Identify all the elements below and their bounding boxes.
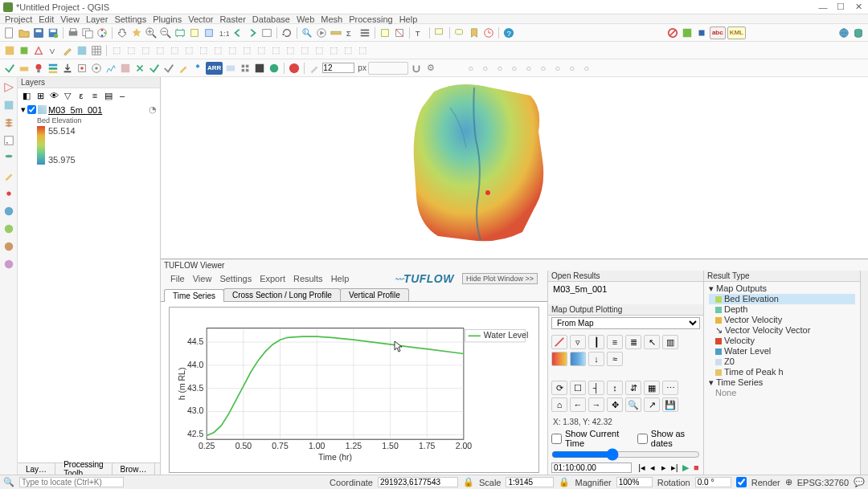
nav-config-icon[interactable]: ↗ (644, 397, 660, 412)
tuflow-menu-export[interactable]: Export (260, 274, 285, 283)
nav-pan-icon[interactable]: ✥ (607, 397, 623, 412)
tuflow-l-icon[interactable] (177, 62, 190, 75)
plot-cursor-icon[interactable]: ↖ (644, 335, 660, 349)
tuflow-n-icon[interactable] (224, 62, 237, 75)
lock-scale-icon[interactable]: 🔒 (559, 477, 570, 487)
deselect-icon[interactable] (393, 26, 406, 39)
tab-cross-section[interactable]: Cross Section / Long Profile (223, 288, 341, 301)
tuflow-q-icon[interactable] (268, 62, 280, 75)
show-current-time-checkbox[interactable] (551, 434, 562, 444)
tool-r-icon[interactable]: ⬚ (356, 44, 369, 57)
tree-vector-velocity[interactable]: Vector Velocity (709, 315, 855, 325)
tool-q-icon[interactable]: ⬚ (342, 44, 354, 57)
open-project-icon[interactable] (18, 26, 31, 39)
grp-e-icon[interactable]: ○ (522, 62, 535, 75)
tool-a-icon[interactable]: ⬚ (110, 44, 123, 57)
map-canvas[interactable] (161, 77, 868, 259)
add-xyz-icon[interactable] (2, 257, 16, 271)
tuflow-f-icon[interactable] (90, 62, 103, 75)
menu-web[interactable]: Web (297, 14, 314, 24)
help-icon[interactable]: ? (502, 26, 515, 39)
select-features-icon[interactable] (379, 26, 391, 39)
tree-time-of-peak-h[interactable]: Time of Peak h (709, 367, 855, 377)
grp-c-icon[interactable]: ○ (493, 62, 506, 75)
save-icon[interactable] (32, 26, 45, 39)
identify-icon[interactable]: i (301, 26, 313, 39)
zoom-last-icon[interactable] (231, 26, 244, 39)
menu-raster[interactable]: Raster (219, 14, 245, 24)
zoom-out-icon[interactable] (159, 26, 172, 39)
temporal-icon[interactable] (482, 26, 495, 39)
grp-h-icon[interactable]: ○ (566, 62, 579, 75)
tool-j-icon[interactable]: ⬚ (240, 44, 253, 57)
menu-vector[interactable]: Vector (188, 14, 213, 24)
menu-view[interactable]: View (60, 14, 80, 24)
tuflow-o-icon[interactable] (239, 62, 252, 75)
time-prev-icon[interactable]: ◂ (649, 461, 657, 474)
add-vector-layer-icon[interactable] (2, 80, 16, 95)
plot-line-icon[interactable]: ┃ (588, 335, 604, 349)
bookmarks-icon[interactable] (468, 26, 481, 39)
layer-name[interactable]: M03_5m_001 (48, 105, 102, 115)
vector-arrow-icon[interactable]: ↓ (588, 352, 604, 366)
minimize-button[interactable]: — (817, 2, 829, 13)
crs-icon[interactable]: ⊕ (785, 477, 792, 487)
menu-processing[interactable]: Processing (349, 14, 392, 24)
grp-f-icon[interactable]: ○ (537, 62, 550, 75)
add-raster-layer-icon[interactable] (2, 98, 16, 112)
dropdown-a-icon[interactable] (368, 62, 408, 75)
tree-z0[interactable]: Z0 (709, 357, 855, 367)
nav-zoom-icon[interactable]: 🔍 (625, 397, 641, 412)
tuflow-c-icon[interactable] (32, 62, 45, 75)
edit-icon[interactable] (61, 44, 74, 57)
from-map-select[interactable]: From Map (551, 317, 700, 329)
tool-l-icon[interactable]: ⬚ (269, 44, 282, 57)
spin-value-input[interactable] (322, 63, 354, 73)
style-manager-icon[interactable] (96, 26, 108, 39)
expand-icon[interactable]: ▾ (21, 104, 26, 115)
pan-to-selection-icon[interactable] (130, 26, 143, 39)
tool2-icon[interactable]: ↕ (607, 381, 623, 395)
new-project-icon[interactable] (3, 26, 16, 39)
coord-input[interactable] (378, 477, 458, 487)
tool-b-icon[interactable]: ⬚ (125, 44, 137, 57)
time-last-icon[interactable]: ▸| (671, 461, 679, 474)
layer-add-group-icon[interactable]: ⊞ (35, 90, 46, 101)
statistics-icon[interactable]: Σ (344, 26, 357, 39)
tab-vertical-profile[interactable]: Vertical Profile (340, 288, 409, 301)
time-first-icon[interactable]: |◂ (638, 461, 646, 474)
kml-icon[interactable]: KML (727, 26, 746, 39)
layout-manager-icon[interactable] (81, 26, 94, 39)
tree-velocity[interactable]: Velocity (709, 336, 855, 346)
plot-align-r-icon[interactable]: ≣ (625, 335, 641, 349)
pencil-icon[interactable] (2, 169, 16, 183)
tuflow-menu-help[interactable]: Help (331, 274, 350, 283)
plot-point-icon[interactable] (551, 335, 567, 349)
grid-icon[interactable] (90, 44, 103, 57)
add-delimited-icon[interactable]: , (2, 133, 16, 148)
grp-d-icon[interactable]: ○ (508, 62, 521, 75)
tool5-icon[interactable]: ⋯ (662, 381, 678, 395)
print-layout-icon[interactable] (67, 26, 80, 39)
refresh-icon[interactable] (280, 26, 293, 39)
time-next-icon[interactable]: ▸ (660, 461, 668, 474)
layer-checkbox[interactable] (27, 105, 36, 114)
grp-i-icon[interactable]: ○ (580, 62, 593, 75)
layer-expand-icon[interactable]: ≡ (89, 90, 100, 101)
reload-icon[interactable]: ⟳ (551, 381, 567, 395)
maptips-icon[interactable] (453, 26, 466, 39)
time-value-input[interactable] (551, 463, 632, 473)
tool-g-icon[interactable]: ⬚ (197, 44, 210, 57)
tool4-icon[interactable]: ▦ (644, 381, 660, 395)
plot-align-l-icon[interactable]: ≡ (607, 335, 623, 349)
add-mesh-icon[interactable] (2, 116, 16, 130)
time-play-icon[interactable]: ▶ (682, 461, 690, 474)
tree-depth[interactable]: Depth (709, 304, 855, 315)
magnifier-input[interactable] (616, 477, 653, 487)
plot-bars-icon[interactable]: ▥ (662, 335, 678, 349)
tree-vector-velocity-vector[interactable]: ↘ Vector Velocity Vector (709, 325, 855, 336)
tuflow-e-icon[interactable] (76, 62, 88, 75)
tool-i-icon[interactable]: ⬚ (226, 44, 239, 57)
epsg-label[interactable]: EPSG:32760 (797, 478, 849, 487)
menu-plugins[interactable]: Plugins (153, 14, 182, 24)
